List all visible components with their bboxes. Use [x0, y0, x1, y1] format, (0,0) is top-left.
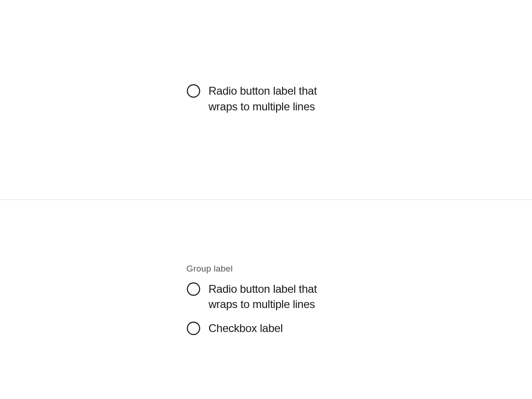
radio-group-standalone: Radio button label that wraps to multipl…: [187, 83, 344, 114]
radio-option-label: Radio button label that wraps to multipl…: [209, 281, 344, 312]
panel-bottom: Group label Radio button label that wrap…: [0, 200, 532, 399]
radio-option-label: Radio button label that wraps to multipl…: [209, 83, 344, 114]
radio-option[interactable]: Radio button label that wraps to multipl…: [187, 281, 344, 312]
group-label: Group label: [187, 264, 344, 274]
svg-point-2: [187, 322, 200, 334]
panel-top: Radio button label that wraps to multipl…: [0, 0, 532, 200]
svg-point-0: [187, 85, 200, 97]
svg-point-1: [187, 283, 200, 295]
radio-icon: [187, 282, 200, 296]
radio-icon: [187, 321, 200, 335]
radio-icon: [187, 84, 200, 98]
radio-option-label: Checkbox label: [209, 320, 283, 336]
radio-group-labeled: Group label Radio button label that wrap…: [187, 264, 344, 336]
radio-option[interactable]: Checkbox label: [187, 320, 344, 336]
radio-option[interactable]: Radio button label that wraps to multipl…: [187, 83, 344, 114]
